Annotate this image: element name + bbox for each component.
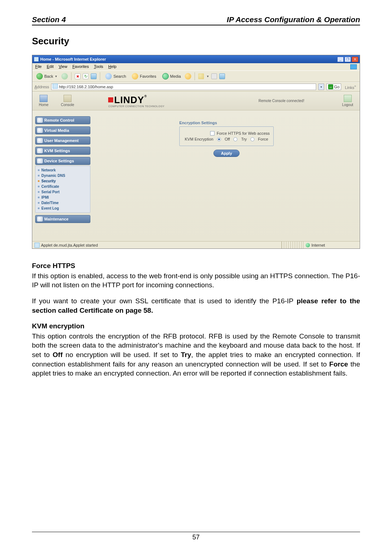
go-button[interactable]: → Go [326,84,342,90]
media-label: Media [170,74,181,78]
sidebar-item-maintenance[interactable]: Maintenance [35,215,90,223]
links-button[interactable]: Links» [343,84,358,90]
menu-bar: File Edit View Favorites Tools Help [32,63,360,70]
favorites-button[interactable]: Favorites [130,72,158,80]
menu-view[interactable]: View [59,64,68,69]
status-text: Applet de.mud.jta.Applet started [41,243,98,247]
address-dropdown[interactable]: ▾ [318,84,324,90]
go-label: Go [334,85,340,89]
address-input[interactable] [51,84,316,90]
subnav-date-time[interactable]: Date/Time [37,200,89,206]
apply-button[interactable]: Apply [213,150,240,157]
media-icon [162,73,169,80]
sidebar-label: KVM Settings [44,149,70,153]
brand-mark-icon [108,97,113,102]
sidebar: Remote Control Virtual Media User Manage… [32,110,93,241]
separator [195,72,195,80]
window-title: Home - Microsoft Internet Explorer [40,57,337,61]
force-https-checkbox[interactable] [210,131,215,135]
toolbar: Back ▼ ✖ ↻ Search Favorites Media [32,70,360,82]
window-maximize-button[interactable]: ❐ [344,57,351,62]
sidebar-submenu: Network Dynamic DNS Security Certificate… [35,166,90,213]
chevron-down-icon: ▼ [206,75,209,78]
discuss-button[interactable] [219,73,225,79]
address-label: Address [34,85,49,89]
kvm-off-label: Off [225,137,230,141]
menu-edit[interactable]: Edit [47,64,54,69]
ie-page-icon [34,243,40,248]
menu-favorites[interactable]: Favorites [72,64,89,69]
para-force-https: If this option is enabled, access to the… [32,271,360,290]
stop-button[interactable]: ✖ [75,73,81,79]
encryption-settings-group: Encryption Settings Force HTTPS for Web … [179,121,274,157]
sidebar-item-remote-control[interactable]: Remote Control [35,116,90,124]
logout-icon [344,95,352,102]
kvm-encryption-label: KVM Encryption [185,137,213,141]
remote-console-status: Remote Console connected! [258,99,304,103]
menu-help[interactable]: Help [108,64,117,69]
browser-window: Home - Microsoft Internet Explorer _ ❐ X… [32,55,360,249]
para-kvm-force: Force [329,360,348,368]
kvm-force-label: Force [258,137,268,141]
go-icon: → [328,84,333,89]
logout-label: Logout [342,103,353,107]
status-separator [281,242,303,248]
main-pane: Encryption Settings Force HTTPS for Web … [93,110,360,241]
separator [100,72,100,80]
menu-tools[interactable]: Tools [94,64,103,69]
subnav-event-log[interactable]: Event Log [37,206,89,211]
app-body: Remote Control Virtual Media User Manage… [32,110,360,241]
brand-registered: ® [144,94,147,98]
subnav-security[interactable]: Security [37,178,89,184]
heading-force-https: Force HTTPS [32,261,360,271]
back-label: Back [44,74,53,78]
sidebar-item-virtual-media[interactable]: Virtual Media [35,126,90,134]
search-button[interactable]: Search [103,72,128,80]
para-ssl-pre: If you want to create your own SSL certi… [32,297,297,305]
sidebar-item-device-settings[interactable]: Device Settings [35,157,90,165]
window-minimize-button[interactable]: _ [337,57,344,62]
sidebar-item-user-management[interactable]: User Management [35,137,90,145]
para-kvm-off: Off [53,351,62,358]
brand-name: LINDY [114,94,144,106]
subnav-dynamic-dns[interactable]: Dynamic DNS [37,173,89,178]
subnav-network[interactable]: Network [37,167,89,173]
page-header: Section 4 IP Access Configuration & Oper… [32,15,360,25]
heading-kvm-encryption: KVM encryption [32,321,360,331]
brand-tagline: COMPUTER CONNECTION TECHNOLOGY [108,105,164,108]
kvm-try-radio[interactable] [233,137,237,141]
forward-button[interactable] [61,73,68,80]
zone-label: Internet [311,243,325,247]
media-button[interactable]: Media [160,72,183,80]
history-button[interactable] [185,73,191,80]
links-label: Links [345,85,354,89]
print-button[interactable] [211,73,217,79]
menu-file[interactable]: File [35,64,42,69]
internet-zone-icon [306,243,310,247]
fieldset-legend: Encryption Settings [179,121,274,125]
back-button[interactable]: Back ▼ [34,72,59,80]
header-left: Section 4 [32,15,66,24]
mail-icon[interactable] [198,73,204,79]
app-home-button[interactable]: Home [39,95,49,107]
app-home-label: Home [39,103,49,107]
app-console-button[interactable]: Console [61,95,74,107]
para-kvm: This option controls the encryption of t… [32,332,360,378]
logout-button[interactable]: Logout [342,95,353,107]
home-button[interactable] [91,73,97,79]
refresh-button[interactable]: ↻ [83,73,89,79]
subnav-certificate[interactable]: Certificate [37,184,89,189]
search-label: Search [113,74,126,78]
subnav-serial-port[interactable]: Serial Port [37,189,89,195]
sidebar-item-kvm-settings[interactable]: KVM Settings [35,147,90,155]
ie-page-icon [34,57,39,62]
kvm-off-radio[interactable] [217,137,221,141]
subnav-ipmi[interactable]: IPMI [37,195,89,200]
brand-logo: LINDY ® COMPUTER CONNECTION TECHNOLOGY [108,94,164,108]
kvm-force-radio[interactable] [250,137,254,141]
window-close-button[interactable]: X [352,57,358,62]
para-kvm-try: Try [181,351,191,358]
kvm-try-label: Try [241,137,246,141]
sidebar-label: Remote Control [44,118,74,122]
document-body: Force HTTPS If this option is enabled, a… [32,261,360,378]
